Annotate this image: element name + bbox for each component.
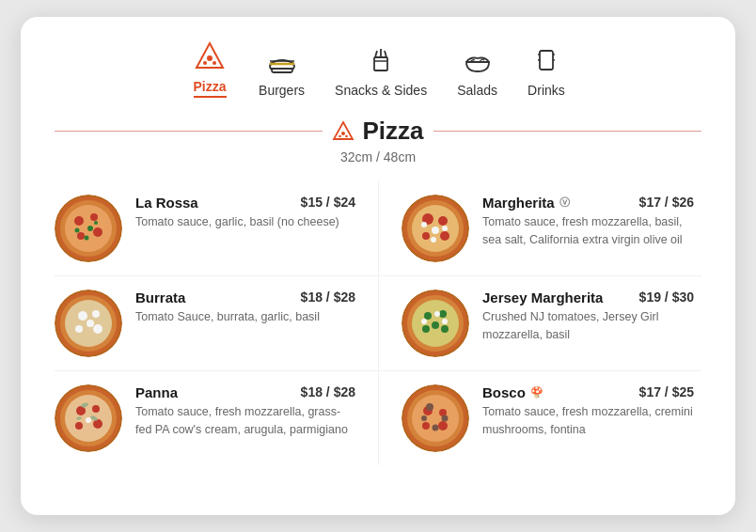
section-title: Pizza: [332, 117, 423, 146]
menu-badge-bosco: 🍄: [530, 386, 543, 399]
menu-name-burrata: Burrata: [135, 289, 185, 305]
svg-line-13: [385, 51, 386, 57]
menu-name-la-rossa: La Rossa: [135, 195, 198, 211]
menu-item-bosco: Bosco 🍄 $17 / $25 Tomato sauce, fresh mo…: [378, 371, 701, 465]
svg-point-63: [432, 321, 439, 329]
menu-desc-panna: Tomato sauce, fresh mozzarella, grass-fe…: [135, 403, 355, 439]
svg-point-44: [442, 226, 448, 231]
section-line-right: [433, 131, 701, 133]
menu-card: Pizza Burgers: [21, 17, 735, 515]
svg-point-90: [433, 425, 439, 431]
menu-top-la-rossa: La Rossa $15 / $24: [135, 195, 355, 211]
menu-info-margherita: Margherita ⓥ $17 / $26 Tomato sauce, fre…: [482, 195, 694, 249]
svg-point-2: [213, 61, 216, 65]
menu-top-bosco: Bosco 🍄 $17 / $25: [482, 384, 694, 400]
svg-point-29: [77, 232, 85, 240]
menu-price-panna: $18 / $28: [301, 384, 355, 399]
svg-point-89: [421, 415, 427, 421]
svg-point-60: [439, 310, 447, 318]
menu-info-bosco: Bosco 🍄 $17 / $25 Tomato sauce, fresh mo…: [482, 384, 694, 439]
nav-label-salads: Salads: [457, 83, 497, 98]
menu-item-la-rossa: La Rossa $15 / $24 Tomato sauce, garlic,…: [55, 181, 378, 276]
pizza-image-burrata: [55, 289, 122, 357]
svg-point-75: [86, 417, 91, 423]
menu-desc-burrata: Tomato Sauce, burrata, garlic, basil: [135, 308, 355, 326]
salads-nav-icon: [459, 43, 496, 77]
svg-point-85: [438, 421, 448, 430]
svg-point-74: [75, 422, 83, 430]
section-subtitle: 32cm / 48cm: [55, 149, 701, 164]
svg-point-31: [75, 228, 80, 233]
svg-point-59: [424, 312, 432, 320]
svg-point-53: [75, 325, 83, 333]
svg-point-26: [74, 216, 84, 226]
nav-item-drinks[interactable]: Drinks: [528, 43, 565, 98]
nav-item-pizza[interactable]: Pizza: [191, 39, 228, 98]
svg-point-45: [431, 237, 436, 243]
svg-point-27: [90, 213, 98, 221]
svg-point-0: [207, 55, 213, 61]
svg-rect-6: [272, 69, 292, 72]
svg-rect-9: [374, 57, 387, 70]
svg-point-42: [432, 227, 439, 234]
svg-point-33: [85, 236, 89, 241]
drinks-nav-icon: [528, 43, 565, 77]
svg-point-43: [421, 222, 427, 227]
menu-price-burrata: $18 / $28: [301, 289, 355, 305]
pizza-nav-icon: [191, 39, 228, 73]
menu-item-panna: Panna $18 / $28 Tomato sauce, fresh mozz…: [55, 371, 378, 465]
svg-point-88: [442, 415, 449, 422]
nav-label-snacks: Snacks & Sides: [335, 83, 427, 98]
nav-item-snacks[interactable]: Snacks & Sides: [335, 43, 427, 98]
menu-name-panna: Panna: [135, 384, 178, 400]
svg-point-50: [78, 311, 87, 321]
svg-rect-14: [540, 51, 553, 70]
menu-desc-jersey-margherita: Crushed NJ tomatoes, Jersey Girl mozzare…: [482, 308, 694, 344]
menu-info-jersey-margherita: Jersey Margherita $19 / $30 Crushed NJ t…: [482, 289, 694, 344]
menu-info-panna: Panna $18 / $28 Tomato sauce, fresh mozz…: [135, 384, 355, 439]
menu-name-margherita: Margherita ⓥ: [482, 195, 570, 211]
pizza-image-panna: [55, 384, 122, 452]
svg-point-30: [87, 226, 93, 231]
menu-top-panna: Panna $18 / $28: [135, 384, 355, 400]
menu-grid: La Rossa $15 / $24 Tomato sauce, garlic,…: [55, 181, 701, 465]
svg-point-62: [422, 325, 430, 333]
menu-top-jersey-margherita: Jersey Margherita $19 / $30: [482, 289, 694, 305]
menu-price-jersey-margherita: $19 / $30: [639, 289, 694, 305]
menu-name-bosco: Bosco 🍄: [482, 384, 543, 400]
svg-point-87: [426, 403, 433, 411]
svg-point-86: [422, 422, 430, 430]
section-pizza-icon: [332, 120, 354, 143]
section-header: Pizza: [55, 117, 701, 146]
menu-info-la-rossa: La Rossa $15 / $24 Tomato sauce, garlic,…: [135, 195, 355, 231]
svg-point-66: [442, 319, 448, 324]
pizza-image-jersey-margherita: [402, 289, 469, 357]
svg-point-41: [422, 232, 430, 240]
menu-desc-la-rossa: Tomato sauce, garlic, basil (no cheese): [135, 213, 355, 231]
menu-desc-bosco: Tomato sauce, fresh mozzarella, cremini …: [482, 403, 694, 439]
svg-point-51: [92, 310, 100, 318]
nav-item-burgers[interactable]: Burgers: [259, 43, 305, 98]
svg-line-11: [375, 51, 377, 57]
svg-point-20: [339, 134, 342, 137]
pizza-image-bosco: [402, 384, 469, 452]
burgers-nav-icon: [263, 43, 301, 77]
pizza-image-la-rossa: [55, 195, 122, 262]
nav-label-pizza: Pizza: [194, 79, 227, 98]
nav-label-drinks: Drinks: [528, 83, 565, 98]
svg-point-73: [93, 419, 102, 429]
menu-item-margherita: Margherita ⓥ $17 / $26 Tomato sauce, fre…: [378, 181, 701, 276]
svg-point-61: [441, 325, 449, 333]
svg-point-64: [434, 311, 440, 317]
nav-item-salads[interactable]: Salads: [457, 43, 497, 98]
menu-badge-margherita: ⓥ: [559, 196, 570, 210]
svg-point-40: [440, 231, 449, 241]
menu-desc-margherita: Tomato sauce, fresh mozzarella, basil, s…: [482, 213, 694, 249]
menu-price-bosco: $17 / $25: [639, 384, 694, 399]
menu-price-margherita: $17 / $26: [639, 195, 694, 210]
menu-top-margherita: Margherita ⓥ $17 / $26: [482, 195, 694, 211]
menu-name-jersey-margherita: Jersey Margherita: [482, 289, 603, 305]
menu-item-jersey-margherita: Jersey Margherita $19 / $30 Crushed NJ t…: [378, 276, 701, 371]
snacks-nav-icon: [362, 43, 400, 77]
section-line-left: [55, 131, 323, 133]
